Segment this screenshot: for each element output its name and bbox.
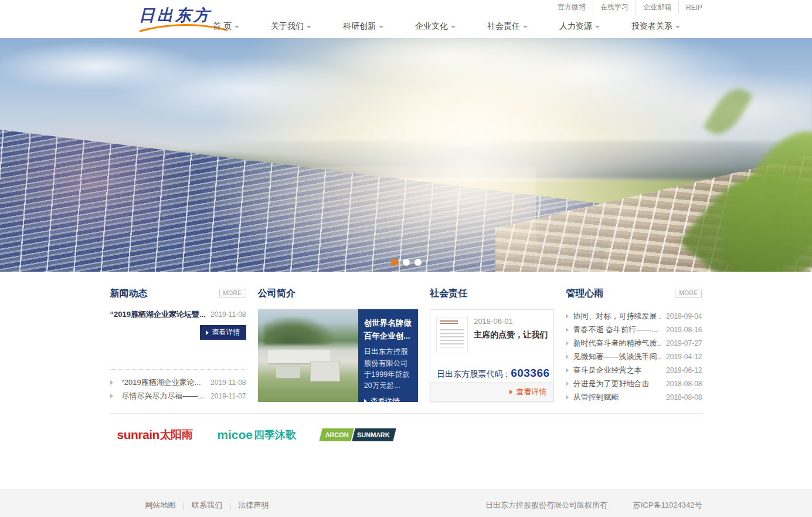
- arrow-right-icon: [566, 381, 569, 386]
- arrow-right-icon: [566, 354, 569, 359]
- brand-arcon-right: SUNMΛRK: [352, 428, 396, 441]
- news-list-item[interactable]: “2019雁栖湖企业家论... 2019-11-08: [110, 376, 246, 389]
- management-item-title[interactable]: 从管控到赋能: [573, 392, 661, 403]
- icp-number[interactable]: 苏ICP备11024342号: [633, 500, 702, 511]
- utility-link-mail[interactable]: 企业邮箱: [636, 0, 678, 15]
- management-item-date: 2019-06-12: [666, 366, 702, 374]
- photo-building: [276, 367, 300, 378]
- main-nav: 首 页 关于我们 科研创新 企业文化 社会责任 人力资源 投资者关系: [181, 21, 680, 32]
- about-section-title: 公司简介: [258, 288, 295, 300]
- nav-item-home[interactable]: 首 页: [213, 21, 239, 32]
- news-list: “2019雁栖湖企业家论... 2019-11-08 尽情尽兴尽力尽福——...…: [110, 376, 246, 403]
- photo-building: [310, 361, 340, 381]
- management-item-date: 2019-09-04: [666, 312, 702, 320]
- footer-link-contact[interactable]: 联系我们: [192, 500, 222, 511]
- management-item-title[interactable]: 青春不逝 奋斗前行——...: [573, 325, 661, 335]
- brand-sunrain-logo[interactable]: sunrain太阳雨: [117, 427, 193, 442]
- featured-news-date: 2019-11-08: [210, 310, 246, 319]
- management-item-title[interactable]: 协同、对标，可持续发展 ...: [573, 311, 661, 322]
- brand-sunmark-text: SUNMΛRK: [357, 428, 390, 441]
- stock-label: 日出东方股票代码：: [437, 369, 511, 379]
- nav-label: 首 页: [213, 21, 232, 32]
- nav-item-investor[interactable]: 投资者关系: [631, 21, 680, 32]
- brand-micoe-logo[interactable]: micoe四季沐歌: [217, 428, 296, 442]
- arrow-right-icon: [206, 330, 209, 335]
- footer-link-sitemap[interactable]: 网站地图: [145, 500, 176, 511]
- csr-section: 社会责任 2018-06-01 主席的点赞，让我们... 日出东方股票代码：60…: [430, 287, 554, 404]
- stock-code: 603366: [511, 367, 549, 379]
- brand-logos: sunrain太阳雨 micoe四季沐歌 ΛRCON SUNMΛRK: [110, 423, 702, 447]
- featured-news-title[interactable]: “2019雁栖湖企业家论坛暨...: [110, 309, 209, 320]
- management-list-item[interactable]: 分进是为了更好地合击 2018-08-08: [566, 377, 702, 390]
- campus-aerial-photo: [258, 309, 358, 402]
- management-list-item[interactable]: 青春不逝 奋斗前行——... 2019-08-16: [566, 323, 702, 336]
- nav-item-csr[interactable]: 社会责任: [487, 21, 528, 32]
- chevron-down-icon: [235, 26, 239, 28]
- nav-item-about[interactable]: 关于我们: [271, 21, 311, 32]
- management-list-item[interactable]: 从管控到赋能 2018-08-08: [566, 390, 702, 404]
- management-item-title[interactable]: 奋斗是企业经营之本: [573, 365, 661, 376]
- chevron-down-icon: [675, 26, 680, 28]
- management-list-item[interactable]: 奋斗是企业经营之本 2019-06-12: [566, 363, 702, 377]
- arrow-right-icon: [566, 368, 569, 373]
- management-list-item[interactable]: 新时代奋斗者的精神气质... 2019-07-27: [566, 336, 702, 350]
- brand-sunrain-cn: 太阳雨: [160, 427, 193, 442]
- hero-carousel: [0, 38, 812, 272]
- news-more-button[interactable]: MORE: [219, 289, 246, 298]
- footer-link-legal[interactable]: 法律声明: [238, 500, 269, 511]
- csr-detail-label: 查看详情: [516, 387, 546, 397]
- utility-link-elearning[interactable]: 在线学习: [593, 0, 636, 15]
- brand-micoe-cn: 四季沐歌: [254, 428, 296, 442]
- management-item-date: 2018-08-08: [666, 393, 702, 401]
- nav-item-research[interactable]: 科研创新: [343, 21, 383, 32]
- utility-link-reip[interactable]: REIP: [678, 1, 709, 14]
- brand-sunrain-en: sunrain: [117, 428, 159, 442]
- news-item-date: 2019-11-08: [210, 379, 246, 387]
- csr-card[interactable]: 2018-06-01 主席的点赞，让我们... 日出东方股票代码：603366 …: [430, 309, 554, 402]
- about-feature-card[interactable]: 创世界名牌做百年企业创... 日出东方控股股份有限公司于1999年贷款20万元起…: [258, 309, 418, 402]
- about-panel-text: 日出东方控股股份有限公司于1999年贷款20万元起...: [364, 346, 412, 392]
- management-list-item[interactable]: 协同、对标，可持续发展 ... 2019-09-04: [566, 309, 702, 323]
- divider: |: [229, 501, 231, 510]
- hero-lens-flare: [0, 105, 214, 258]
- management-more-button[interactable]: MORE: [675, 289, 702, 298]
- dotted-divider: [110, 369, 246, 370]
- nav-label: 社会责任: [487, 21, 520, 32]
- news-item-title[interactable]: “2019雁栖湖企业家论...: [117, 377, 206, 388]
- photo-hill: [264, 317, 334, 344]
- nav-label: 科研创新: [343, 21, 376, 32]
- brand-arcon-sunmark-logo[interactable]: ΛRCON SUNMΛRK: [321, 428, 394, 441]
- nav-label: 企业文化: [415, 21, 448, 32]
- nav-label: 人力资源: [559, 21, 592, 32]
- arrow-right-icon: [364, 399, 367, 402]
- news-detail-button[interactable]: 查看详情: [200, 325, 246, 340]
- management-item-title[interactable]: 新时代奋斗者的精神气质...: [573, 338, 661, 349]
- nav-item-culture[interactable]: 企业文化: [415, 21, 456, 32]
- management-section: 管理心雨 MORE 协同、对标，可持续发展 ... 2019-09-04 青春不…: [566, 287, 702, 404]
- arrow-right-icon: [110, 394, 113, 398]
- news-item-date: 2019-11-07: [210, 392, 246, 400]
- csr-thumbnail: [436, 317, 468, 353]
- news-list-item[interactable]: 尽情尽兴尽力尽福——... 2019-11-07: [110, 389, 246, 403]
- management-item-date: 2019-07-27: [666, 339, 702, 347]
- management-item-date: 2019-08-16: [666, 326, 702, 334]
- carousel-dot-2[interactable]: [403, 259, 410, 266]
- news-item-title[interactable]: 尽情尽兴尽力尽福——...: [117, 391, 206, 401]
- management-item-date: 2019-04-12: [666, 353, 702, 361]
- chevron-down-icon: [595, 26, 600, 28]
- csr-item-title[interactable]: 主席的点赞，让我们...: [474, 330, 548, 340]
- management-list: 协同、对标，可持续发展 ... 2019-09-04 青春不逝 奋斗前行——..…: [566, 309, 702, 404]
- management-item-title[interactable]: 分进是为了更好地合击: [573, 379, 661, 389]
- about-detail-link[interactable]: 查看详情: [364, 397, 400, 402]
- site-header: 日出东方 官方微博 在线学习 企业邮箱 REIP 首 页 关于我们 科研创新 企…: [0, 0, 812, 38]
- about-detail-label: 查看详情: [371, 397, 400, 402]
- brand-micoe-en: micoe: [217, 428, 253, 442]
- management-list-item[interactable]: 见微知著——浅谈洗手间... 2019-04-12: [566, 350, 702, 363]
- nav-item-hr[interactable]: 人力资源: [559, 21, 600, 32]
- management-item-title[interactable]: 见微知著——浅谈洗手间...: [573, 352, 661, 362]
- carousel-dot-3[interactable]: [415, 259, 422, 266]
- featured-news[interactable]: “2019雁栖湖企业家论坛暨... 2019-11-08: [110, 309, 246, 320]
- csr-detail-link[interactable]: 查看详情: [430, 382, 553, 401]
- utility-link-weibo[interactable]: 官方微博: [551, 0, 593, 15]
- carousel-dot-1[interactable]: [391, 259, 398, 266]
